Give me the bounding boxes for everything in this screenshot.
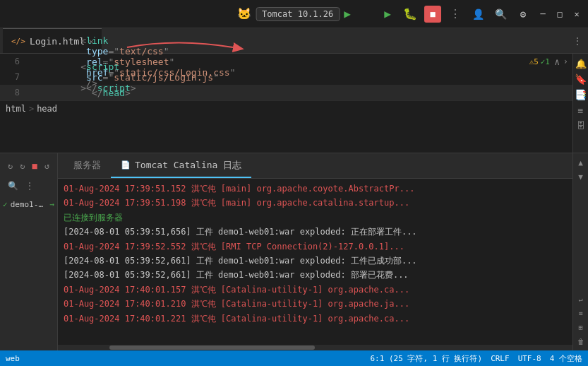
status-encoding[interactable]: UTF-8 (518, 354, 541, 363)
status-line-ending[interactable]: CRLF (491, 354, 510, 363)
server-check-icon: ✓ (3, 200, 8, 209)
check-icon: ✓1 (541, 57, 550, 66)
status-bar: web 6:1 (25 字符, 1 行 换行符) CRLF UTF-8 4 个空… (0, 350, 588, 366)
notifications-icon[interactable]: 🔔 (574, 57, 588, 71)
log-line-10: 01-Aug-2024 17:40:01.221 淇℃伅 [Catalina-u… (64, 312, 553, 326)
server-arrow-icon: → (49, 200, 54, 209)
refresh-btn-1[interactable]: ↻ (6, 159, 15, 173)
log-line-4: [2024-08-01 05:39:51,656] 工件 demo1-web01… (64, 225, 553, 239)
settings-icon[interactable]: ⚙ (515, 6, 532, 23)
fold-icon[interactable]: ∧ (554, 57, 560, 67)
stop-server-btn[interactable]: ■ (30, 159, 40, 173)
server-item-row[interactable]: ✓ demo1-web01 → (0, 196, 57, 213)
log-line-8: 01-Aug-2024 17:40:01.157 淇℃伅 [Catalina-u… (64, 283, 553, 297)
control-row-1: ↻ ↻ ■ ↺ (0, 156, 57, 176)
main-area: 6 <link type="text/css" rel="stylesheet"… (0, 54, 588, 366)
minimize-button[interactable]: ─ (537, 8, 548, 20)
tomcat-badge[interactable]: Tomcat 10.1.26 (256, 7, 340, 21)
filter-icon[interactable]: ≡ (575, 307, 587, 319)
line-number-8: 8 (0, 88, 25, 98)
log-line-2: 01-Aug-2024 17:39:51.198 淇℃伅 [main] org.… (64, 196, 553, 210)
bottom-left-controls: ↻ ↻ ■ ↺ 🔍 ⋮ ✓ demo1-web01 → (0, 153, 58, 350)
title-right: ▶ 🐛 ■ ⋮ 👤 🔍 ⚙ ─ □ ✕ (379, 6, 582, 23)
control-row-2: 🔍 ⋮ (0, 176, 57, 196)
layers-icon[interactable]: 📑 (574, 88, 588, 102)
log-line-7: [2024-08-01 05:39:52,661] 工件 demo1-web01… (64, 268, 553, 282)
hscroll-thumb[interactable] (109, 346, 316, 350)
search-icon[interactable]: 🔍 (492, 6, 509, 23)
breadcrumb-html[interactable]: html (6, 104, 26, 114)
tab-tomcat-log[interactable]: 📄 Tomcat Catalina 日志 (111, 153, 251, 178)
run-button[interactable]: ▶ (379, 6, 396, 23)
scroll-down-btn[interactable]: ▼ (575, 170, 587, 183)
warning-icon: ⚠5 (529, 57, 539, 66)
more-options-btn[interactable]: ⋮ (23, 179, 37, 193)
wrap-text-icon[interactable]: ↵ (575, 293, 587, 305)
server-tab-label: 服务器 (73, 159, 101, 172)
line-number-6: 6 (0, 57, 25, 66)
status-position[interactable]: 6:1 (25 字符, 1 行 换行符) (370, 353, 482, 364)
scroll-right-icon[interactable]: › (563, 57, 568, 66)
debug-button[interactable]: 🐛 (402, 6, 419, 23)
db-icon[interactable]: 🗄 (574, 119, 588, 133)
log-line-1: 01-Aug-2024 17:39:51.152 淇℃伅 [main] org.… (64, 182, 553, 196)
status-web-label[interactable]: web (6, 354, 20, 363)
status-bar-left: web (6, 354, 361, 363)
bookmark-icon[interactable]: 🔖 (574, 72, 588, 86)
html-file-icon: </> (11, 37, 25, 46)
log-icon: 📄 (121, 160, 131, 170)
log-hscrollbar[interactable] (58, 345, 572, 350)
bottom-tab-bar: 服务器 📄 Tomcat Catalina 日志 (58, 153, 572, 179)
scroll-up-btn[interactable]: ▲ (575, 156, 587, 169)
log-content: 01-Aug-2024 17:39:51.152 淇℃伅 [main] org.… (58, 179, 572, 345)
stop-button[interactable]: ■ (424, 6, 441, 23)
log-line-6: [2024-08-01 05:39:52,661] 工件 demo1-web01… (64, 254, 553, 268)
line-content-8[interactable]: </head> (25, 77, 572, 109)
restart-btn[interactable]: ↺ (42, 159, 52, 173)
code-line-8: 8 </head> (0, 85, 572, 100)
tomcat-label: Tomcat 10.1.26 (262, 9, 333, 19)
bottom-content: 服务器 📄 Tomcat Catalina 日志 01-Aug-2024 17:… (58, 153, 572, 350)
more-run-options[interactable]: ⋮ (447, 6, 464, 23)
close-button[interactable]: ✕ (571, 8, 582, 20)
tomcat-icon: 🐱 (237, 7, 251, 20)
refresh-btn-2[interactable]: ↻ (18, 159, 27, 173)
line-number-7: 7 (0, 72, 25, 82)
tomcat-log-label: Tomcat Catalina 日志 (135, 159, 241, 172)
log-line-9: 01-Aug-2024 17:40:01.210 淇℃伅 [Catalina-u… (64, 297, 553, 311)
code-area: 6 <link type="text/css" rel="stylesheet"… (0, 54, 572, 100)
trash-icon[interactable]: 🗑 (575, 335, 587, 348)
server-name-label: demo1-web01 (11, 200, 47, 209)
indent-icon[interactable]: ≡ (574, 103, 588, 117)
account-icon[interactable]: 👤 (469, 6, 486, 23)
right-panel-controls: ▲ ▼ ↵ ≡ ⊞ 🗑 (572, 153, 588, 350)
grid-icon[interactable]: ⊞ (575, 321, 587, 333)
bottom-panel: ↻ ↻ ■ ↺ 🔍 ⋮ ✓ demo1-web01 → 服务器 (0, 153, 588, 350)
log-line-3: 已连接到服务器 (64, 211, 553, 225)
search-log-btn[interactable]: 🔍 (6, 179, 20, 193)
title-center: 🐱 Tomcat 10.1.26 ▶ (237, 7, 351, 21)
status-indent[interactable]: 4 个空格 (550, 353, 582, 364)
tab-server[interactable]: 服务器 (64, 153, 111, 178)
forward-icon: ▶ (344, 7, 351, 20)
log-line-5: 01-Aug-2024 17:39:52.552 淇℃伅 [RMI TCP Co… (64, 240, 553, 254)
restore-button[interactable]: □ (554, 8, 565, 20)
